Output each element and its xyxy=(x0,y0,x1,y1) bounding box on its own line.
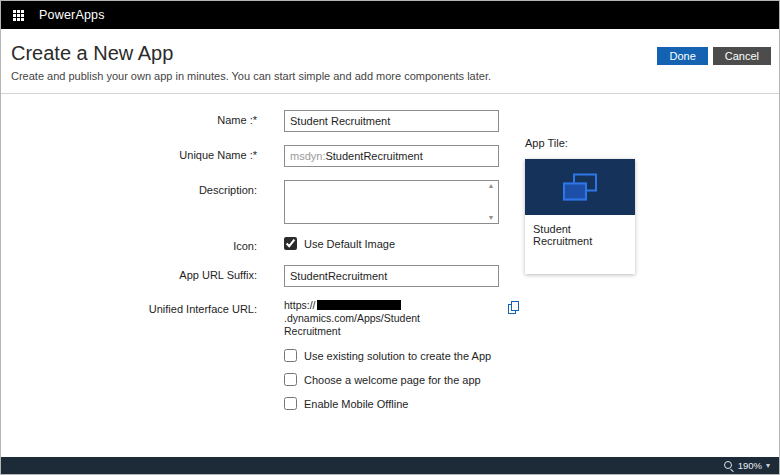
welcome-page-checkbox[interactable] xyxy=(284,373,297,386)
top-app-bar: PowerApps xyxy=(1,1,779,29)
app-tile-preview: Student Recruitment xyxy=(525,159,635,274)
use-default-image-option[interactable]: Use Default Image xyxy=(284,237,499,250)
url-redaction-box xyxy=(317,300,401,310)
description-label: Description: xyxy=(1,180,257,224)
page-header: Create a New App Create and publish your… xyxy=(1,29,779,94)
app-launcher-button[interactable] xyxy=(1,1,35,29)
url-path-line1: .dynamics.com/Apps/Student xyxy=(284,312,420,324)
app-url-suffix-input[interactable] xyxy=(284,265,499,287)
create-app-form: Name :* Unique Name :* msdyn:StudentRecr… xyxy=(1,94,779,410)
use-existing-solution-option[interactable]: Use existing solution to create the App xyxy=(284,349,779,362)
name-row: Name :* xyxy=(1,110,779,132)
scroll-down-icon[interactable]: ▼ xyxy=(488,214,495,222)
url-scheme: https:// xyxy=(284,299,316,311)
mobile-offline-checkbox[interactable] xyxy=(284,397,297,410)
cancel-button[interactable]: Cancel xyxy=(713,47,771,65)
app-tile-label: App Tile: xyxy=(525,137,635,149)
icon-row: Icon: Use Default Image xyxy=(1,236,779,252)
status-bar: 190% ▾ xyxy=(1,457,779,474)
header-buttons: Done Cancel xyxy=(657,47,771,65)
app-name: PowerApps xyxy=(39,8,105,22)
use-default-image-label: Use Default Image xyxy=(304,238,395,250)
unified-url-label: Unified Interface URL: xyxy=(1,299,257,338)
app-tile-section: App Tile: Student Recruitment xyxy=(525,137,635,274)
option-checkboxes: Use existing solution to create the App … xyxy=(284,349,779,410)
zoom-level: 190% xyxy=(738,460,762,471)
url-path-line2: Recruitment xyxy=(284,325,341,337)
app-url-suffix-label: App URL Suffix: xyxy=(1,265,257,287)
app-tile-title: Student Recruitment xyxy=(525,215,635,274)
copy-url-icon[interactable] xyxy=(508,301,519,314)
description-scrollbar[interactable]: ▲ ▼ xyxy=(485,182,497,222)
unified-url-row: Unified Interface URL: https://.dynamics… xyxy=(1,299,779,338)
app-window: PowerApps Create a New App Create and pu… xyxy=(0,0,780,475)
unique-name-label: Unique Name :* xyxy=(1,145,257,167)
unique-name-prefix: msdyn: xyxy=(290,150,325,162)
scroll-up-icon[interactable]: ▲ xyxy=(488,182,495,190)
use-default-image-checkbox[interactable] xyxy=(284,237,297,250)
mobile-offline-label: Enable Mobile Offline xyxy=(304,398,408,410)
zoom-control[interactable]: 190% ▾ xyxy=(724,460,770,471)
unified-url-field: https://.dynamics.com/Apps/Student Recru… xyxy=(284,299,519,338)
zoom-magnifier-icon xyxy=(724,461,734,471)
unique-name-row: Unique Name :* msdyn:StudentRecruitment xyxy=(1,145,779,167)
welcome-page-label: Choose a welcome page for the app xyxy=(304,374,481,386)
description-textarea[interactable]: ▲ ▼ xyxy=(284,180,499,224)
done-button[interactable]: Done xyxy=(657,47,707,65)
zoom-caret-icon: ▾ xyxy=(766,461,770,470)
use-existing-solution-label: Use existing solution to create the App xyxy=(304,350,491,362)
app-url-suffix-row: App URL Suffix: xyxy=(1,265,779,287)
page-subtitle: Create and publish your own app in minut… xyxy=(11,70,769,82)
icon-label: Icon: xyxy=(1,236,257,252)
app-module-icon xyxy=(563,174,597,201)
name-input[interactable] xyxy=(284,110,499,132)
unified-url-text: https://.dynamics.com/Apps/Student Recru… xyxy=(284,299,505,338)
waffle-icon xyxy=(13,10,24,21)
description-row: Description: ▲ ▼ xyxy=(1,180,779,224)
unique-name-input[interactable]: msdyn:StudentRecruitment xyxy=(284,145,499,167)
name-label: Name :* xyxy=(1,110,257,132)
welcome-page-option[interactable]: Choose a welcome page for the app xyxy=(284,373,779,386)
mobile-offline-option[interactable]: Enable Mobile Offline xyxy=(284,397,779,410)
unique-name-value: StudentRecruitment xyxy=(325,150,422,162)
use-existing-solution-checkbox[interactable] xyxy=(284,349,297,362)
page-title: Create a New App xyxy=(11,42,769,65)
app-tile-art xyxy=(525,159,635,215)
